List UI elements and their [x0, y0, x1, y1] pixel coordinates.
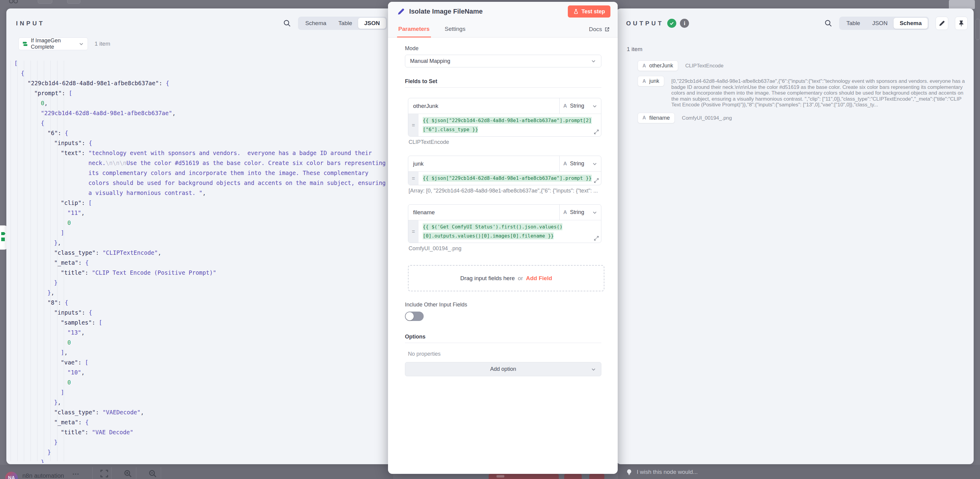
zoom-in-icon[interactable] [123, 469, 132, 478]
fit-view-icon[interactable] [100, 469, 109, 478]
field-name-input[interactable]: otherJunk [408, 98, 559, 114]
no-properties-text: No properties [408, 351, 601, 357]
field-value-expression[interactable]: {{ $json["229cb1d4-62d8-4a8d-98e1-afbe8c… [418, 172, 601, 185]
field-result-preview: ComfyUI_00194_.png [409, 245, 601, 252]
node-feedback-text: I wish this node would... [637, 469, 698, 475]
json-line: 0 [14, 218, 387, 228]
field-value-expression[interactable]: {{ $('Get ComfyUI Status').first().json.… [418, 220, 601, 243]
add-option-button[interactable]: Add option [405, 362, 601, 376]
json-line: "samples": [ [14, 318, 387, 328]
json-line: } [14, 278, 387, 288]
json-line: "229cb1d4-62d8-4a8d-98e1-afbe8cb637ae", [14, 108, 387, 118]
toolbar-divider [92, 467, 93, 479]
input-json-view[interactable]: [{"229cb1d4-62d8-4a8d-98e1-afbe8cb637ae"… [6, 58, 392, 463]
output-tab-schema[interactable]: Schema [894, 18, 928, 29]
expand-expression-icon[interactable] [593, 178, 599, 183]
pin-data-button[interactable] [955, 17, 967, 30]
json-line: "11", [14, 208, 387, 218]
zoom-out-icon[interactable] [148, 469, 157, 478]
json-line: "class_type": "CLIPTextEncode", [14, 248, 387, 258]
tab-parameters[interactable]: Parameters [397, 21, 431, 37]
json-line: "229cb1d4-62d8-4a8d-98e1-afbe8cb637ae": … [14, 78, 387, 88]
output-tab-json[interactable]: JSON [866, 18, 894, 29]
output-panel-title: OUTPUT [626, 20, 663, 27]
field-card-filename: filenameAString={{ $('Get ComfyUI Status… [408, 204, 601, 243]
node-settings-dialog: Isolate Image FileName Test step Paramet… [388, 2, 618, 474]
toggle-knob [406, 312, 414, 320]
output-tab-table[interactable]: Table [840, 18, 866, 29]
string-type-icon: A [643, 79, 646, 84]
json-line: ] [14, 387, 387, 398]
expand-expression-icon[interactable] [593, 236, 599, 241]
indent-guide [11, 61, 11, 461]
schema-field-value: ComfyUI_00194_.png [682, 113, 732, 121]
json-line: } [14, 437, 387, 447]
input-tab-table[interactable]: Table [332, 18, 358, 29]
output-items-count: 1 item [627, 46, 643, 53]
schema-field-value: CLIPTextEncode [686, 60, 724, 69]
include-other-fields-label: Include Other Input Fields [405, 302, 601, 308]
input-branch-label: If ImageGen Complete [31, 37, 76, 50]
node-feedback-bar[interactable]: I wish this node would... [618, 465, 980, 479]
expression-equals-gutter: = [408, 172, 418, 185]
test-step-button[interactable]: Test step [568, 5, 611, 18]
divider [405, 343, 601, 343]
chevron-down-icon [79, 41, 84, 46]
json-line: { [14, 68, 387, 78]
project-menu-button[interactable]: ••• [73, 471, 80, 477]
expand-expression-icon[interactable] [593, 129, 599, 135]
json-line: }, [14, 398, 387, 407]
input-branch-selector[interactable]: If ImageGen Complete [18, 37, 88, 50]
if-node-icon [1, 231, 6, 243]
field-type-select[interactable]: AString [559, 98, 601, 114]
output-display-mode-tabs: TableJSONSchema [839, 17, 929, 30]
json-line: 0 [14, 337, 387, 347]
field-type-select[interactable]: AString [559, 156, 601, 171]
json-line: "_meta": { [14, 417, 387, 427]
schema-field-pill[interactable]: Afilename [638, 113, 675, 123]
chevron-down-icon [592, 103, 597, 109]
mode-select[interactable]: Manual Mapping [405, 55, 601, 67]
search-icon[interactable] [824, 19, 832, 27]
json-line: [ [14, 58, 387, 68]
search-icon[interactable] [283, 19, 291, 27]
output-panel: OUTPUT i TableJSONSchema 1 item AotherJu… [616, 8, 974, 464]
input-items-count: 1 item [95, 40, 110, 47]
json-line: "13", [14, 328, 387, 337]
schema-field-pill[interactable]: AotherJunk [638, 60, 678, 71]
chevron-down-icon [592, 210, 597, 215]
field-type-select[interactable]: AString [559, 205, 601, 220]
dialog-title: Isolate Image FileName [409, 8, 483, 16]
string-type-icon: A [563, 103, 567, 109]
field-name-input[interactable]: junk [408, 156, 559, 171]
field-value-expression[interactable]: {{ $json["229cb1d4-62d8-4a8d-98e1-afbe8c… [418, 114, 601, 136]
schema-field-pill[interactable]: Ajunk [638, 76, 664, 86]
info-icon[interactable]: i [680, 19, 689, 28]
json-line: 0 [14, 377, 387, 387]
tab-settings[interactable]: Settings [444, 21, 467, 37]
include-other-fields-toggle[interactable] [405, 312, 424, 321]
json-line: } [14, 457, 387, 463]
output-schema-list: AotherJunkCLIPTextEncodeAjunk[0,"229cb1d… [638, 60, 967, 123]
schema-row-filename: AfilenameComfyUI_00194_.png [638, 113, 967, 123]
toolbar-divider [111, 467, 111, 479]
json-line: "clip": [ [14, 198, 387, 208]
schema-field-value: [0,"229cb1d4-62d8-4a8d-98e1-afbe8cb637ae… [671, 76, 967, 108]
indent-guide [24, 61, 24, 461]
json-line: "vae": [ [14, 358, 387, 368]
drag-drop-zone[interactable]: Drag input fields here or Add Field [408, 265, 605, 291]
string-type-icon: A [643, 115, 646, 121]
field-name-input[interactable]: filename [408, 205, 559, 220]
chevron-down-icon [592, 161, 597, 167]
add-field-link[interactable]: Add Field [526, 275, 552, 282]
drop-zone-text: Drag input fields here [460, 275, 515, 282]
docs-link[interactable]: Docs [589, 26, 610, 33]
json-line: } [14, 447, 387, 457]
input-tab-json[interactable]: JSON [358, 18, 386, 29]
dimmed-canvas-chip [564, 474, 582, 479]
edit-output-button[interactable] [935, 17, 948, 30]
json-line: { [14, 118, 387, 128]
input-tab-schema[interactable]: Schema [299, 18, 332, 29]
dimmed-test-workflow-button [488, 474, 559, 479]
json-line: "title": "VAE Decode" [14, 427, 387, 437]
